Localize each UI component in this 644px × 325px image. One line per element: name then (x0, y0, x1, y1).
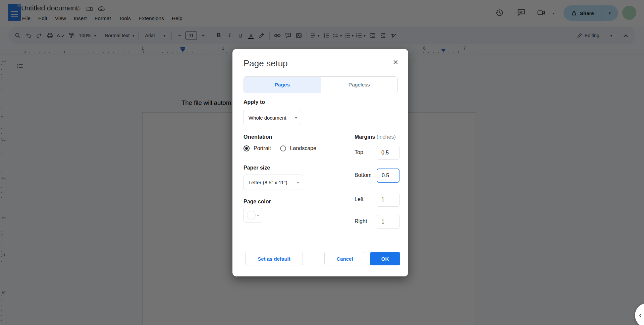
tab-pageless[interactable]: Pageless (321, 77, 398, 93)
chevron-left-icon: ‹ (639, 310, 642, 320)
radio-selected-icon (244, 145, 250, 151)
page-setup-dialog: Page setup × Pages Pageless Apply to Who… (232, 49, 408, 276)
tab-pages[interactable]: Pages (244, 77, 321, 93)
paper-size-label: Paper size (244, 165, 270, 171)
chevron-down-icon: ▾ (297, 181, 299, 184)
dialog-tabs: Pages Pageless (244, 76, 398, 93)
margin-bottom-label: Bottom (355, 172, 372, 178)
margin-top-label: Top (355, 149, 363, 155)
chevron-down-icon: ▾ (295, 116, 297, 120)
chevron-down-icon: ▾ (257, 213, 259, 217)
margin-right-label: Right (355, 218, 367, 224)
margin-left-label: Left (355, 196, 364, 202)
margin-top-input[interactable] (377, 146, 399, 160)
color-swatch (247, 211, 256, 219)
radio-landscape[interactable]: Landscape (280, 145, 316, 151)
apply-to-select[interactable]: Whole document ▾ (244, 110, 301, 125)
orientation-label: Orientation (244, 134, 272, 140)
page-color-select[interactable]: ▾ (244, 208, 262, 222)
margins-label: Margins (inches) (355, 134, 396, 140)
orientation-options: Portrait Landscape (244, 145, 316, 151)
ok-button[interactable]: OK (370, 252, 400, 265)
set-as-default-button[interactable]: Set as default (245, 252, 303, 265)
margin-bottom-input[interactable] (377, 169, 399, 183)
paper-size-select[interactable]: Letter (8.5" x 11") ▾ (244, 175, 303, 190)
cancel-button[interactable]: Cancel (324, 252, 365, 265)
radio-unselected-icon (280, 145, 286, 151)
close-icon[interactable]: × (393, 57, 398, 67)
dialog-title: Page setup (244, 58, 288, 69)
radio-portrait[interactable]: Portrait (244, 145, 271, 151)
page-color-label: Page color (244, 199, 271, 205)
apply-to-label: Apply to (244, 99, 265, 105)
margin-right-input[interactable] (377, 215, 399, 229)
margin-left-input[interactable] (377, 193, 399, 207)
